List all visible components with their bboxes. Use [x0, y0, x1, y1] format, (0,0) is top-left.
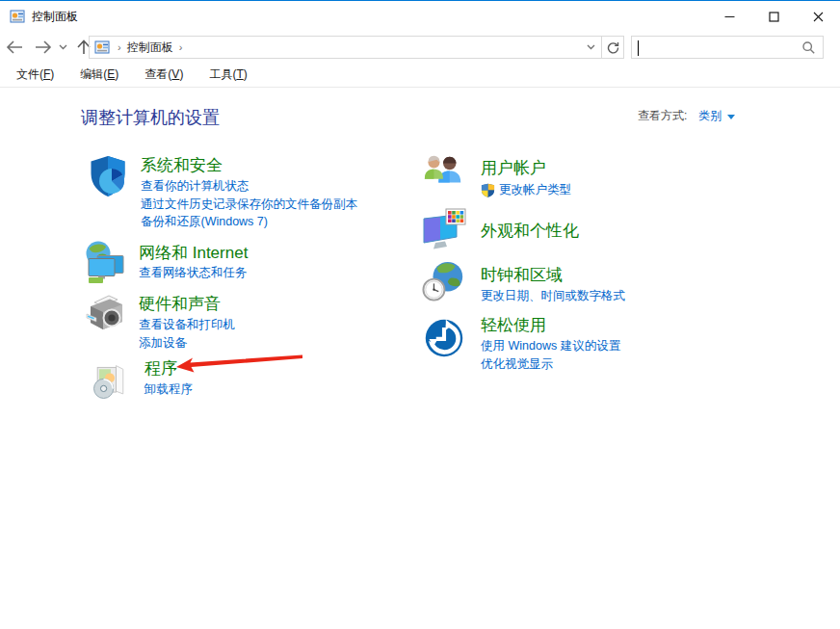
address-bar[interactable]: › 控制面板 › — [89, 36, 624, 59]
task-link[interactable]: 查看你的计算机状态 — [141, 177, 439, 196]
ease-of-access-icon[interactable] — [421, 317, 467, 359]
clock-globe-icon[interactable] — [421, 259, 467, 303]
recent-pages-button[interactable] — [54, 35, 71, 60]
refresh-button[interactable] — [601, 36, 623, 59]
red-arrow-annotation — [175, 352, 304, 375]
category-hardware-and-sound: 硬件和声音 查看设备和打印机 添加设备 — [83, 290, 437, 352]
category-title[interactable]: 硬件和声音 — [139, 295, 437, 314]
search-input[interactable] — [632, 37, 787, 58]
control-panel-window: 控制面板 — [0, 0, 840, 629]
category-system-and-security: 系统和安全 查看你的计算机状态 通过文件历史记录保存你的文件备份副本 备份和还原… — [85, 153, 439, 231]
appearance-icon[interactable] — [421, 206, 467, 252]
task-link[interactable]: 更改帐户类型 — [499, 181, 571, 199]
navigation-toolbar: › 控制面板 › — [0, 31, 840, 63]
view-by-label: 查看方式: — [638, 108, 687, 124]
programs-icon[interactable] — [87, 361, 133, 404]
menu-edit[interactable]: 编辑(E) — [71, 63, 127, 87]
breadcrumb-item-control-panel[interactable]: 控制面板 — [127, 39, 173, 56]
shield-icon[interactable] — [85, 153, 131, 199]
close-button[interactable] — [796, 2, 840, 31]
task-link[interactable]: 添加设备 — [139, 334, 437, 353]
menubar: 文件(F) 编辑(E) 查看(V) 工具(T) — [0, 63, 840, 88]
menu-view[interactable]: 查看(V) — [136, 63, 192, 87]
menu-file[interactable]: 文件(F) — [8, 63, 63, 87]
control-panel-icon — [10, 9, 25, 24]
category-title[interactable]: 用户帐户 — [481, 159, 779, 178]
control-panel-icon — [94, 39, 110, 55]
minimize-button[interactable] — [707, 2, 751, 31]
address-dropdown-button[interactable] — [580, 37, 601, 58]
printer-icon[interactable] — [83, 290, 129, 336]
task-link[interactable]: 通过文件历史记录保存你的文件备份副本 — [141, 196, 439, 214]
titlebar: 控制面板 — [0, 2, 840, 31]
category-title[interactable]: 轻松使用 — [481, 316, 779, 335]
category-appearance-personalization: 外观和个性化 — [421, 206, 779, 252]
breadcrumb-chevron-icon[interactable]: › — [173, 41, 189, 53]
view-by-control: 查看方式: 类别 — [638, 108, 735, 124]
task-link[interactable]: 使用 Windows 建议的设置 — [481, 337, 779, 355]
chevron-down-icon — [59, 44, 67, 50]
task-link[interactable]: 查看设备和打印机 — [139, 316, 437, 334]
breadcrumb-chevron-icon[interactable]: › — [112, 41, 127, 53]
maximize-button[interactable] — [751, 2, 796, 31]
chevron-down-icon — [587, 44, 595, 50]
task-link[interactable]: 更改日期、时间或数字格式 — [481, 287, 779, 305]
back-icon — [6, 40, 23, 54]
task-link[interactable]: 优化视觉显示 — [481, 355, 779, 374]
forward-button[interactable] — [31, 35, 56, 60]
task-link[interactable]: 卸载程序 — [144, 380, 443, 399]
category-clock-and-region: 时钟和区域 更改日期、时间或数字格式 — [421, 259, 779, 305]
minimize-icon — [724, 12, 735, 22]
breadcrumb[interactable]: › 控制面板 › — [90, 37, 580, 58]
menu-tools[interactable]: 工具(T) — [200, 63, 255, 87]
category-title[interactable]: 网络和 Internet — [139, 244, 437, 263]
search-box[interactable] — [631, 36, 824, 59]
users-icon[interactable] — [421, 151, 467, 196]
refresh-icon — [607, 41, 619, 54]
search-icon[interactable] — [802, 41, 815, 54]
category-title[interactable]: 系统和安全 — [141, 156, 439, 175]
task-link[interactable]: 备份和还原(Windows 7) — [141, 213, 439, 231]
page-title: 调整计算机的设置 — [81, 106, 220, 129]
chevron-down-icon[interactable] — [727, 115, 735, 119]
back-button[interactable] — [2, 35, 27, 60]
category-user-accounts: 用户帐户 更改帐户类型 — [421, 151, 779, 199]
view-by-value[interactable]: 类别 — [698, 108, 722, 124]
uac-shield-icon — [481, 183, 495, 197]
close-icon — [813, 12, 824, 22]
category-ease-of-access: 轻松使用 使用 Windows 建议的设置 优化视觉显示 — [421, 311, 779, 373]
text-caret — [638, 40, 639, 56]
network-icon[interactable] — [83, 240, 129, 286]
category-title[interactable]: 外观和个性化 — [481, 222, 779, 241]
main-content: 调整计算机的设置 查看方式: 类别 系统和安全 查看你的计算机状态 通过文件历史… — [0, 88, 840, 629]
category-title[interactable]: 时钟和区域 — [481, 266, 779, 285]
window-title: 控制面板 — [32, 9, 78, 25]
category-network-and-internet: 网络和 Internet 查看网络状态和任务 — [83, 240, 437, 286]
task-link[interactable]: 查看网络状态和任务 — [139, 264, 437, 282]
forward-icon — [35, 40, 52, 54]
maximize-icon — [769, 12, 779, 22]
